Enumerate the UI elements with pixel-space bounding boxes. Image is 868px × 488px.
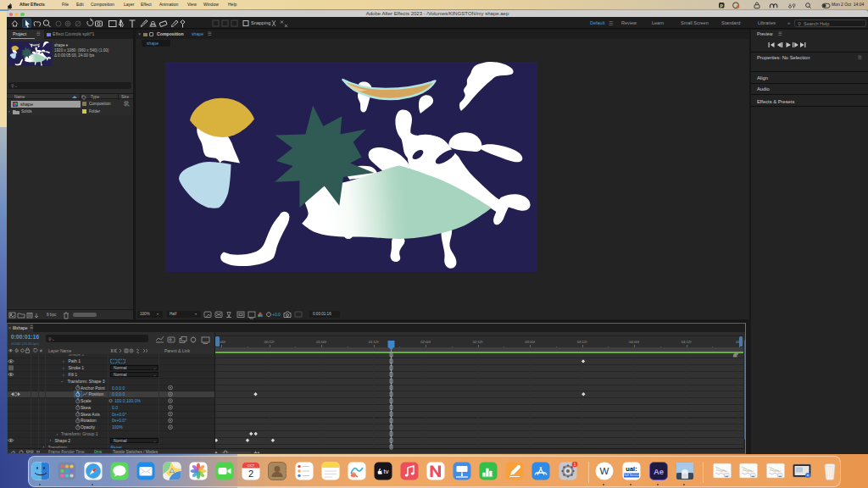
svg-text:tv: tv	[383, 468, 388, 475]
svg-text:OCT: OCT	[248, 463, 255, 468]
svg-text:2: 2	[248, 469, 253, 479]
svg-text:Self Service: Self Service	[624, 474, 639, 477]
svg-text:Ae: Ae	[654, 467, 664, 476]
svg-text:ual:: ual:	[626, 465, 637, 473]
svg-text:W: W	[600, 466, 609, 476]
